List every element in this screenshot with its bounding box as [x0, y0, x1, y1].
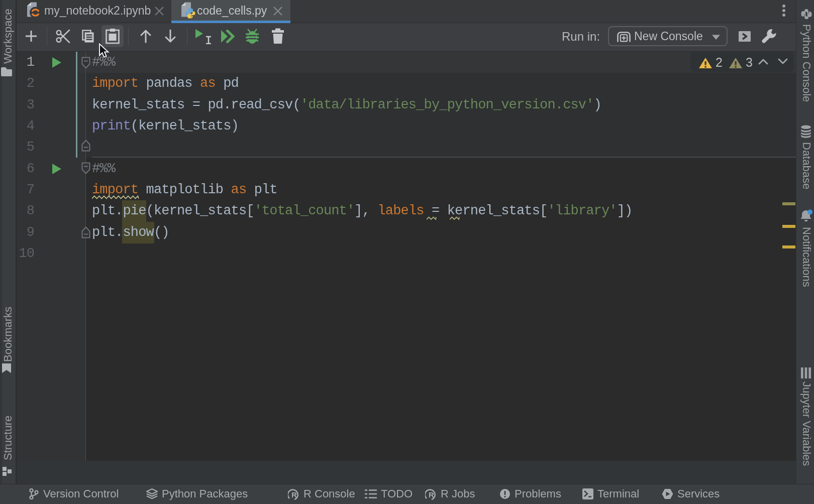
svg-text:R: R [291, 490, 297, 498]
svg-text:R: R [429, 490, 434, 498]
